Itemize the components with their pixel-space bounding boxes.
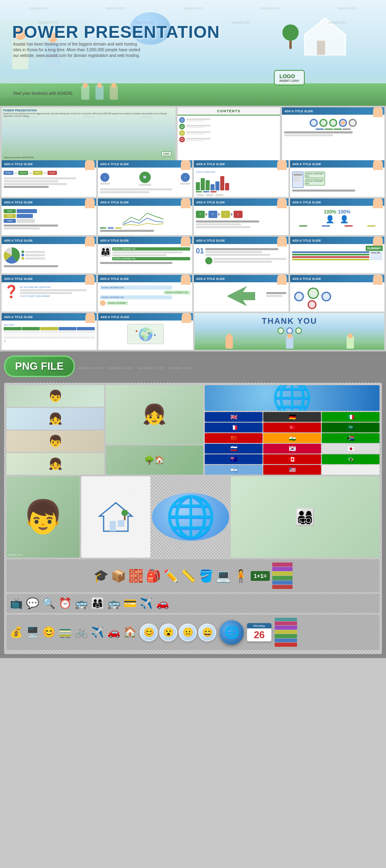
thumb-header-6-1: ADD A TITLE SLIDE	[2, 313, 97, 321]
thumb-cell-3-2[interactable]: ADD A TITLE SLIDE	[98, 198, 193, 235]
thumb-cell-5-2[interactable]: ADD A TITLE SLIDE ASADAL INTERNET INC. A…	[98, 275, 193, 312]
icon-train: 🚃	[59, 626, 72, 639]
thumb-cell-4-3[interactable]: ADD A TITLE SLIDE 01	[194, 237, 288, 273]
thumb-header-3: ADD A TITLE SLIDE	[282, 107, 384, 115]
thumb-cell-6-1[interactable]: ADD A TITLE SLIDE TEXT TEXT T	[2, 313, 97, 350]
thumb-label-5-3: ADD A TITLE SLIDE	[196, 277, 225, 280]
edu-icon-pencil: ✏️	[163, 569, 178, 583]
thumb-label-5-4: ADD A TITLE SLIDE	[293, 277, 321, 280]
thumb-cell-5-3[interactable]: ADD A TITLE SLIDE	[194, 275, 288, 312]
thumb-cell-4-1[interactable]: ADD A TITLE SLIDE	[2, 237, 96, 273]
ui-icons-row-2: 💰 🖥️ 😊 🚃 🚲 ✈️ 🚗 🏠 😊 😮 😐 😄 🌐 Monday 26	[7, 615, 379, 650]
svg-point-13	[121, 510, 128, 516]
flag-ru: 🇷🇺	[205, 444, 262, 454]
big-globe-asset: 🌐	[152, 493, 229, 541]
flag-cn: 🇨🇳	[205, 433, 262, 443]
thumb-cell-4-2[interactable]: ADD A TITLE SLIDE 👨‍👩‍👧 ASADAL INTERNET …	[98, 237, 193, 273]
title-slide-thumb-3[interactable]: ADD A TITLE SLIDE	[282, 107, 384, 160]
thumb-body-3-1: TEXT TEXT TEXT	[2, 206, 96, 235]
thumb-label-3-2: ADD A TITLE SLIDE	[100, 201, 129, 204]
flag-empty	[322, 465, 379, 475]
icon-auto: 🚗	[107, 626, 120, 639]
thumb-cell-6-3[interactable]: THANK YOU	[195, 313, 384, 350]
main-preview-thumb[interactable]: POWER PRESENTATION Asadal has been think…	[2, 107, 176, 160]
edu-icon-person: 🧍	[233, 569, 248, 583]
icon-clock: ⏰	[59, 597, 72, 610]
calendar-widget: Monday 26	[247, 623, 271, 641]
big-assets-row: 👦 asadal.com 🌐	[7, 476, 379, 558]
main-bottom-text: Start your business with ASADAL	[13, 91, 73, 96]
thumb-label-2-2: ADD A TITLE SLIDE	[100, 163, 129, 166]
child-photo-2: 👧	[7, 408, 104, 430]
child-photos-col: 👦 👧 👦 👧	[7, 385, 104, 475]
thumb-body-2-4: VISUAL INTERNET INC. VISUAL INTERNET INC…	[290, 168, 385, 197]
thumb-label-4-1: ADD A TITLE SLIDE	[4, 239, 33, 242]
svg-line-8	[319, 293, 321, 297]
nature-photos-col: 👧 🌳🏠	[106, 385, 203, 475]
main-subtitle: Asadal has been thinking one of the bigg…	[13, 41, 143, 59]
thumb-row-2: ADD A TITLE SLIDE STEP1 STEP2 STEP3 STEP…	[0, 160, 386, 197]
edu-icon-graduation: 🎓	[93, 569, 108, 583]
child-photo-4: 👧	[7, 453, 104, 475]
thumb-header-6-2: ADD A TITLE SLIDE	[98, 313, 193, 321]
nature-photo: 🌳🏠	[106, 445, 203, 475]
svg-line-7	[304, 293, 308, 297]
flag-tr: 🇹🇷	[263, 423, 321, 432]
cal-day: 26	[247, 628, 271, 641]
flag-au: 🇦🇺	[205, 454, 262, 464]
thumb-main-bottom: Start your business with ASADAL	[4, 156, 34, 159]
thumb-cell-2-2[interactable]: ADD A TITLE SLIDE i 🔄 i	[98, 160, 193, 197]
thumb-body-2-3: CLICK TO ADD TEXT	[194, 168, 288, 197]
svg-point-5	[181, 138, 183, 141]
thumb-cell-2-4[interactable]: ADD A TITLE SLIDE VISUAL INTERNET INC. V…	[290, 160, 385, 197]
thumb-body-3-2	[98, 206, 193, 235]
thumb-cell-5-1[interactable]: ADD A TITLE SLIDE ❓ DO YOU HAVE ANY QUES…	[2, 275, 96, 312]
flag-de: 🇩🇪	[263, 412, 321, 422]
house-svg	[301, 16, 349, 57]
thumb-body-2-2: i 🔄 i	[98, 168, 193, 197]
thumb-header-2-1: ADD A TITLE SLIDE	[2, 160, 96, 168]
line-chart-svg	[100, 209, 191, 227]
thumb-body-6-2: 🌍	[98, 321, 193, 350]
thumb-cell-6-2[interactable]: ADD A TITLE SLIDE 🌍	[98, 313, 193, 350]
svg-point-2	[181, 119, 183, 121]
main-title-slide: POWER PRESENTATION Asadal has been think…	[0, 0, 386, 106]
icon-chat: 💬	[26, 597, 39, 610]
icon-bus: 🚌	[75, 597, 88, 610]
icon-airplane: ✈️	[91, 626, 104, 639]
thumb-cell-4-4[interactable]: ADD A TITLE SLIDE SUBWAY VISUAL MAP	[290, 237, 385, 273]
flag-kr: 🇰🇷	[263, 444, 321, 454]
thumb-cell-3-4[interactable]: ADD A TITLE SLIDE 100% 👤 100% 👤	[290, 198, 385, 235]
thumb-cell-3-1[interactable]: ADD A TITLE SLIDE TEXT TEXT TEXT	[2, 198, 96, 235]
thumb-body-5-2: ASADAL INTERNET INC. ASADAL INTERNET INC…	[98, 282, 193, 312]
thumb-cell-2-1[interactable]: ADD A TITLE SLIDE STEP1 STEP2 STEP3 STEP…	[2, 160, 96, 197]
flags-grid: 🇬🇧 🇩🇪 🇮🇹 🇫🇷 🇹🇷 🇸🇦 🇨🇳 🇮🇳 🇿🇦 🇷🇺 🇰🇷 🇯🇵 🇦🇺 🇨…	[205, 412, 379, 475]
thumb-body-3-4: 100% 👤 100% 👤	[290, 206, 385, 235]
thumb-cell-5-4[interactable]: ADD A TITLE SLIDE	[290, 275, 385, 312]
watermark-row-top: asadal.comasadal.comasadal.comasadal.com…	[0, 6, 386, 10]
contents-body	[178, 116, 280, 144]
thumb-body-4-3: 01	[194, 244, 288, 273]
thumb-label-3-1: ADD A TITLE SLIDE	[4, 201, 33, 204]
round-avatar-3: 😐	[179, 624, 197, 641]
png-content-area: 👦 👧 👦 👧 👧 🌳🏠 🌐 🇬🇧 🇩🇪	[4, 383, 382, 654]
thumb-body-4-4: SUBWAY VISUAL MAP	[290, 244, 385, 273]
photo-grid-top: 👦 👧 👦 👧 👧 🌳🏠 🌐 🇬🇧 🇩🇪	[7, 385, 379, 475]
thumb-cell-3-3[interactable]: ADD A TITLE SLIDE A B C D	[194, 198, 288, 235]
svg-rect-11	[110, 521, 116, 531]
books-stack-final	[275, 618, 297, 647]
flag-ar: 🇦🇷	[205, 465, 262, 475]
big-child-asset: 👦 asadal.com	[7, 476, 80, 558]
books-stack	[272, 563, 293, 589]
main-title: POWER PRESENTATION	[12, 22, 220, 42]
thumb-label-6-2: ADD A TITLE SLIDE	[101, 316, 130, 318]
icon-tv: 📺	[10, 597, 23, 610]
thumb-header-5-1: ADD A TITLE SLIDE	[2, 275, 96, 282]
contents-slide-thumb[interactable]: CONTENTS	[177, 107, 280, 160]
icon-smile: 😊	[42, 626, 55, 639]
thumb-cell-2-3[interactable]: ADD A TITLE SLIDE CLICK TO ADD TEXT	[194, 160, 288, 197]
icon-plane: ✈️	[140, 597, 153, 610]
thumb-label-6-1: ADD A TITLE SLIDE	[4, 316, 33, 318]
icon-family: 👨‍👩‍👧	[91, 597, 104, 610]
thumb-body-2-1: STEP1 STEP2 STEP3 STEP4	[2, 168, 96, 197]
